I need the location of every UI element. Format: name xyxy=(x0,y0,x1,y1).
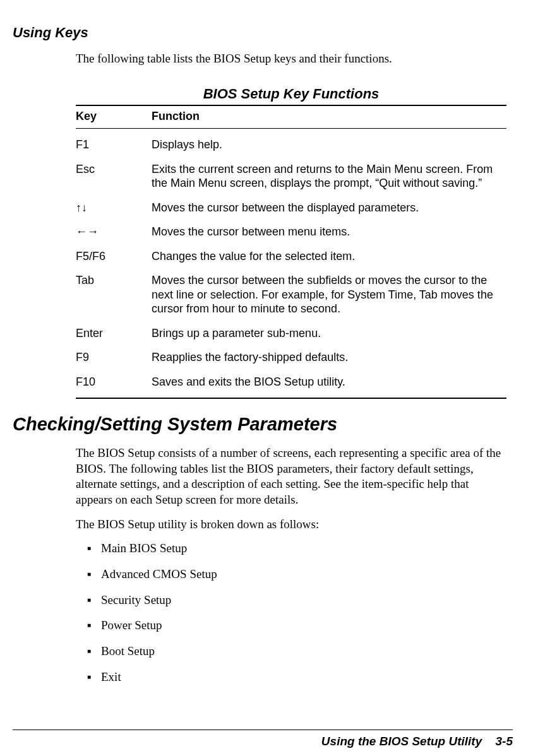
cell-key: F10 xyxy=(76,370,152,399)
intro-paragraph: The following table lists the BIOS Setup… xyxy=(76,51,506,67)
section-heading-checking-setting: Checking/Setting System Parameters xyxy=(13,413,513,437)
cell-function: Reapplies the factory-shipped defaults. xyxy=(152,345,506,370)
cell-key: Tab xyxy=(76,268,152,321)
list-item: Boot Setup xyxy=(76,644,506,659)
section2-body: The BIOS Setup consists of a number of s… xyxy=(76,446,506,685)
table-row: F9 Reapplies the factory-shipped default… xyxy=(76,345,506,370)
section2-para1: The BIOS Setup consists of a number of s… xyxy=(76,446,506,508)
cell-key: ←→ xyxy=(76,220,152,244)
cell-function: Saves and exits the BIOS Setup utility. xyxy=(152,370,506,399)
cell-function: Displays help. xyxy=(152,133,506,157)
cell-function: Brings up a parameter sub-menu. xyxy=(152,321,506,346)
table-row: Enter Brings up a parameter sub-menu. xyxy=(76,321,506,346)
list-item: Advanced CMOS Setup xyxy=(76,567,506,582)
cell-function: Moves the cursor between menu items. xyxy=(152,220,506,244)
list-item: Security Setup xyxy=(76,593,506,608)
col-header-key: Key xyxy=(76,105,152,129)
table-row: F5/F6 Changes the value for the selected… xyxy=(76,244,506,269)
cell-key: F9 xyxy=(76,345,152,370)
table-row: Esc Exits the current screen and returns… xyxy=(76,157,506,196)
cell-key: Enter xyxy=(76,321,152,346)
col-header-function: Function xyxy=(152,105,506,129)
cell-key: ↑↓ xyxy=(76,196,152,220)
list-item: Main BIOS Setup xyxy=(76,541,506,557)
key-functions-table-wrapper: BIOS Setup Key Functions Key Function F1… xyxy=(76,85,506,399)
cell-function: Moves the cursor between the subfields o… xyxy=(152,268,506,321)
cell-function: Exits the current screen and returns to … xyxy=(152,157,506,196)
table-row: F1 Displays help. xyxy=(76,133,506,157)
cell-key: F5/F6 xyxy=(76,244,152,269)
table-row: ←→ Moves the cursor between menu items. xyxy=(76,220,506,244)
list-item: Exit xyxy=(76,670,506,685)
footer-page-number: 3-5 xyxy=(496,735,513,748)
cell-key: Esc xyxy=(76,157,152,196)
table-row: ↑↓ Moves the cursor between the displaye… xyxy=(76,196,506,220)
intro-block: The following table lists the BIOS Setup… xyxy=(76,51,506,67)
table-row: Tab Moves the cursor between the subfiel… xyxy=(76,268,506,321)
list-item: Power Setup xyxy=(76,618,506,634)
cell-function: Moves the cursor between the displayed p… xyxy=(152,196,506,220)
table-row: F10 Saves and exits the BIOS Setup utili… xyxy=(76,370,506,399)
section2-para2: The BIOS Setup utility is broken down as… xyxy=(76,517,506,533)
footer-title: Using the BIOS Setup Utility xyxy=(321,735,482,748)
table-title: BIOS Setup Key Functions xyxy=(76,85,506,103)
key-functions-table: Key Function F1 Displays help. Esc Exits… xyxy=(76,105,506,399)
setup-list: Main BIOS Setup Advanced CMOS Setup Secu… xyxy=(76,541,506,685)
page-footer: Using the BIOS Setup Utility 3-5 xyxy=(13,729,513,750)
cell-key: F1 xyxy=(76,133,152,157)
section-heading-using-keys: Using Keys xyxy=(13,24,513,42)
cell-function: Changes the value for the selected item. xyxy=(152,244,506,269)
